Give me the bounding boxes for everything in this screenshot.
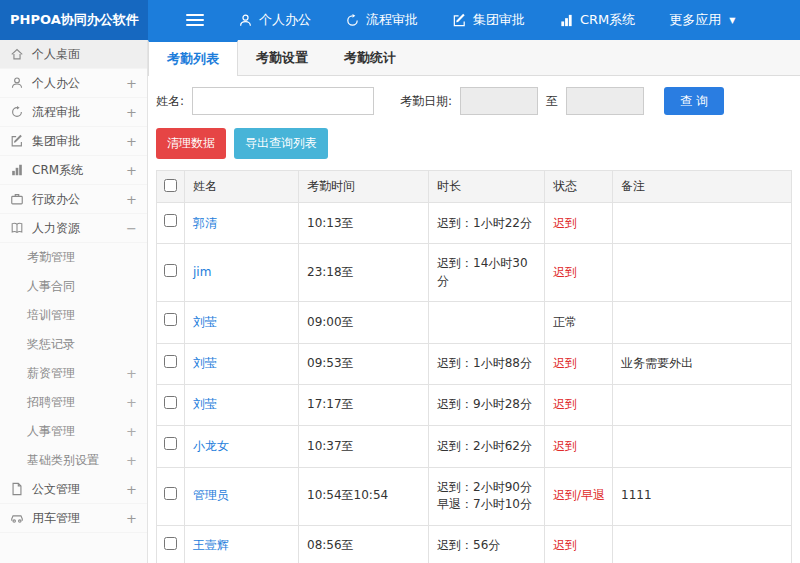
user-icon bbox=[238, 13, 253, 28]
expand-toggle[interactable]: + bbox=[126, 482, 137, 497]
sidebar-item-hr[interactable]: 人力资源 − bbox=[0, 214, 147, 243]
nav-label: 流程审批 bbox=[366, 11, 418, 29]
sidebar-item-vehicles[interactable]: 用车管理 + bbox=[0, 504, 147, 533]
attendance-table-wrap: 姓名 考勤时间 时长 状态 备注 郭清 10:13至 迟到：1小时22分 迟到 bbox=[156, 170, 792, 563]
row-checkbox[interactable] bbox=[164, 537, 177, 550]
row-checkbox[interactable] bbox=[164, 264, 177, 277]
sidebar-item-crm[interactable]: CRM系统 + bbox=[0, 156, 147, 185]
date-from-input[interactable] bbox=[460, 87, 538, 115]
row-checkbox[interactable] bbox=[164, 355, 177, 368]
status-badge: 迟到 bbox=[553, 397, 577, 411]
expand-toggle[interactable]: + bbox=[126, 453, 137, 468]
employee-name-link[interactable]: 郭清 bbox=[193, 216, 217, 230]
nav-crm-system[interactable]: CRM系统 bbox=[559, 11, 635, 29]
date-to-input[interactable] bbox=[566, 87, 644, 115]
select-all-checkbox[interactable] bbox=[164, 179, 177, 192]
nav-more-apps[interactable]: 更多应用 ▼ bbox=[669, 11, 735, 29]
expand-toggle[interactable]: + bbox=[126, 163, 137, 178]
note bbox=[613, 244, 792, 302]
nav-personal-office[interactable]: 个人办公 bbox=[238, 11, 311, 29]
employee-name-link[interactable]: 刘莹 bbox=[193, 356, 217, 370]
app-title: PHPOA协同办公软件 bbox=[0, 0, 148, 40]
nav-group-approval[interactable]: 集团审批 bbox=[452, 11, 525, 29]
sidebar-subitem-base-category[interactable]: 基础类别设置 + bbox=[0, 446, 147, 475]
collapse-toggle[interactable]: − bbox=[126, 221, 137, 236]
menu-icon[interactable] bbox=[186, 14, 204, 26]
expand-toggle[interactable]: + bbox=[126, 105, 137, 120]
duration: 迟到：2小时90分 早退：7小时10分 bbox=[429, 467, 545, 525]
sidebar-subitem-training[interactable]: 培训管理 bbox=[0, 301, 147, 330]
row-checkbox[interactable] bbox=[164, 437, 177, 450]
sidebar-item-admin-office[interactable]: 行政办公 + bbox=[0, 185, 147, 214]
search-button[interactable]: 查 询 bbox=[664, 87, 724, 115]
sidebar-subitem-attendance[interactable]: 考勤管理 bbox=[0, 243, 147, 272]
nav-workflow-approval[interactable]: 流程审批 bbox=[345, 11, 418, 29]
col-time: 考勤时间 bbox=[299, 171, 429, 203]
note: 1111 bbox=[613, 467, 792, 525]
nav-label: 集团审批 bbox=[473, 11, 525, 29]
sidebar-subitem-salary[interactable]: 薪资管理 + bbox=[0, 359, 147, 388]
sidebar-item-workflow[interactable]: 流程审批 + bbox=[0, 98, 147, 127]
sidebar-item-label: CRM系统 bbox=[32, 162, 83, 179]
sidebar: 个人桌面 个人办公 + 流程审批 + 集团审批 + CRM系统 + 行政办公 +… bbox=[0, 40, 148, 563]
note bbox=[613, 203, 792, 244]
sidebar-item-label: 用车管理 bbox=[32, 510, 80, 527]
note bbox=[613, 525, 792, 563]
expand-toggle[interactable]: + bbox=[126, 134, 137, 149]
sidebar-subitem-label: 基础类别设置 bbox=[27, 452, 99, 469]
employee-name-link[interactable]: 刘莹 bbox=[193, 397, 217, 411]
edit-icon bbox=[452, 13, 467, 28]
clean-data-button[interactable]: 清理数据 bbox=[156, 128, 226, 159]
sidebar-subitem-personnel[interactable]: 人事管理 + bbox=[0, 417, 147, 446]
sidebar-subitem-rewards[interactable]: 奖惩记录 bbox=[0, 330, 147, 359]
home-icon bbox=[10, 47, 24, 61]
attendance-time: 17:17至 bbox=[299, 384, 429, 425]
note bbox=[613, 384, 792, 425]
sidebar-item-desktop[interactable]: 个人桌面 bbox=[0, 40, 147, 69]
sidebar-subitem-hr-contract[interactable]: 人事合同 bbox=[0, 272, 147, 301]
sidebar-subitem-label: 人事管理 bbox=[27, 423, 75, 440]
row-checkbox[interactable] bbox=[164, 487, 177, 500]
filter-row: 姓名: 考勤日期: 至 查 询 bbox=[148, 76, 800, 125]
nav-label: 更多应用 bbox=[669, 11, 721, 29]
tab-bar: 考勤列表 考勤设置 考勤统计 bbox=[148, 40, 800, 76]
row-checkbox[interactable] bbox=[164, 214, 177, 227]
col-status: 状态 bbox=[545, 171, 613, 203]
sidebar-item-label: 公文管理 bbox=[32, 481, 80, 498]
sidebar-subitem-recruit[interactable]: 招聘管理 + bbox=[0, 388, 147, 417]
col-duration: 时长 bbox=[429, 171, 545, 203]
duration: 迟到：56分 bbox=[429, 525, 545, 563]
expand-toggle[interactable]: + bbox=[126, 192, 137, 207]
sidebar-item-documents[interactable]: 公文管理 + bbox=[0, 475, 147, 504]
sidebar-item-group-approval[interactable]: 集团审批 + bbox=[0, 127, 147, 156]
employee-name-link[interactable]: jim bbox=[193, 265, 211, 279]
employee-name-link[interactable]: 小龙女 bbox=[193, 439, 229, 453]
name-filter-label: 姓名: bbox=[156, 93, 184, 110]
status-badge: 迟到 bbox=[553, 439, 577, 453]
topbar: PHPOA协同办公软件 个人办公 流程审批 集团审批 CRM系统 更多应用 ▼ bbox=[0, 0, 800, 40]
tab-attendance-stats[interactable]: 考勤统计 bbox=[326, 40, 414, 75]
tab-attendance-list[interactable]: 考勤列表 bbox=[148, 40, 238, 76]
expand-toggle[interactable]: + bbox=[126, 424, 137, 439]
export-list-button[interactable]: 导出查询列表 bbox=[234, 128, 328, 159]
row-checkbox[interactable] bbox=[164, 313, 177, 326]
employee-name-link[interactable]: 王壹辉 bbox=[193, 538, 229, 552]
employee-name-link[interactable]: 刘莹 bbox=[193, 315, 217, 329]
expand-toggle[interactable]: + bbox=[126, 511, 137, 526]
expand-toggle[interactable]: + bbox=[126, 366, 137, 381]
attendance-time: 10:13至 bbox=[299, 203, 429, 244]
expand-toggle[interactable]: + bbox=[126, 76, 137, 91]
status-badge: 迟到 bbox=[553, 538, 577, 552]
nav-label: 个人办公 bbox=[259, 11, 311, 29]
tab-attendance-settings[interactable]: 考勤设置 bbox=[238, 40, 326, 75]
edit-icon bbox=[10, 134, 24, 148]
note bbox=[613, 302, 792, 343]
nav-label: CRM系统 bbox=[580, 11, 635, 29]
table-row: 小龙女 10:37至 迟到：2小时62分 迟到 bbox=[157, 426, 792, 467]
row-checkbox[interactable] bbox=[164, 396, 177, 409]
name-filter-input[interactable] bbox=[192, 87, 374, 115]
employee-name-link[interactable]: 管理员 bbox=[193, 488, 229, 502]
sidebar-item-personal-office[interactable]: 个人办公 + bbox=[0, 69, 147, 98]
expand-toggle[interactable]: + bbox=[126, 395, 137, 410]
status-badge: 迟到 bbox=[553, 265, 577, 279]
